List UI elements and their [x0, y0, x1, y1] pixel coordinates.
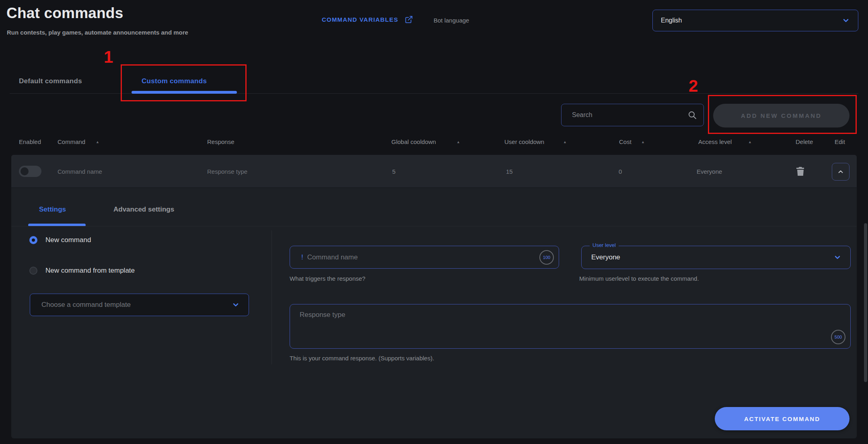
user-level-helper: Minimum userlevel to execute the command… [579, 275, 699, 282]
table-row: Command name Response type 5 15 0 Everyo… [11, 155, 857, 188]
row-global-cooldown-cell: 5 [392, 168, 395, 175]
command-template-select[interactable]: Choose a command template [30, 294, 249, 316]
sort-asc-icon: ▲ [457, 140, 460, 144]
delete-button[interactable] [794, 164, 807, 178]
response-input[interactable] [299, 310, 819, 344]
page-title: Chat commands [6, 5, 123, 22]
char-limit-badge: 500 [831, 330, 845, 344]
column-header-command[interactable]: Command [58, 138, 85, 145]
column-header-cost[interactable]: Cost [619, 138, 631, 145]
column-header-delete: Delete [796, 138, 813, 145]
row-access-level-cell: Everyone [697, 168, 722, 175]
row-command-cell: Command name [58, 168, 102, 175]
user-level-label: User level [590, 242, 619, 248]
editor-tabs-divider [11, 226, 857, 226]
search-input[interactable] [571, 111, 685, 119]
response-helper: This is your command response. (Supports… [290, 355, 434, 362]
bot-language-value: English [661, 17, 682, 24]
chevron-down-icon [232, 301, 240, 309]
page-subtitle: Run contests, play games, automate annou… [7, 29, 188, 36]
annotation-number-1: 1 [104, 47, 113, 67]
command-card: Command name Response type 5 15 0 Everyo… [11, 155, 857, 438]
trash-icon [796, 166, 805, 176]
form-divider [272, 230, 272, 364]
command-name-field[interactable]: ! 100 [290, 246, 559, 269]
radio-new-command-label[interactable]: New command [45, 236, 91, 244]
tab-default-commands[interactable]: Default commands [19, 77, 82, 85]
bot-language-select[interactable]: English [652, 10, 858, 31]
command-name-helper: What triggers the response? [290, 275, 365, 282]
command-template-placeholder: Choose a command template [41, 301, 131, 309]
response-field[interactable]: 500 [290, 304, 851, 349]
sort-asc-icon: ▲ [96, 140, 99, 144]
toggle-knob [21, 167, 29, 175]
sort-asc-icon: ▲ [641, 140, 645, 144]
annotation-number-2: 2 [689, 76, 698, 96]
char-limit-badge: 100 [539, 250, 554, 265]
radio-new-command-from-template[interactable] [29, 267, 37, 275]
collapse-row-button[interactable] [832, 163, 849, 181]
tab-custom-commands[interactable]: Custom commands [142, 77, 207, 85]
search-icon [687, 110, 697, 120]
tab-advanced-settings[interactable]: Advanced settings [113, 206, 174, 214]
external-link-icon [405, 15, 413, 24]
user-level-select[interactable]: Everyone [581, 246, 851, 269]
column-header-user-cooldown[interactable]: User cooldown [504, 138, 544, 145]
radio-from-template-label[interactable]: New command from template [45, 267, 135, 275]
command-variables-link[interactable]: COMMAND VARIABLES [322, 15, 413, 24]
sort-asc-icon: ▲ [563, 140, 567, 144]
command-variables-label[interactable]: COMMAND VARIABLES [322, 16, 398, 23]
radio-new-command[interactable] [29, 236, 37, 244]
add-new-command-button[interactable]: ADD NEW COMMAND [713, 104, 849, 127]
scrollbar-thumb[interactable] [864, 223, 867, 382]
sort-asc-icon: ▲ [748, 140, 752, 144]
command-prefix: ! [301, 253, 303, 261]
column-header-edit: Edit [835, 138, 845, 145]
tab-settings[interactable]: Settings [39, 206, 66, 214]
active-tab-indicator [132, 91, 237, 94]
chat-commands-page: Chat commands Run contests, play games, … [0, 0, 868, 444]
enabled-toggle[interactable] [19, 166, 41, 177]
column-header-enabled: Enabled [19, 138, 41, 145]
chevron-down-icon [842, 16, 850, 25]
column-header-response: Response [207, 138, 234, 145]
command-name-input[interactable] [306, 253, 539, 262]
bot-language-label: Bot language [434, 17, 469, 24]
chevron-down-icon [833, 253, 841, 261]
column-header-access-level[interactable]: Access level [698, 138, 732, 145]
row-user-cooldown-cell: 15 [506, 168, 513, 175]
user-level-value: Everyone [591, 253, 620, 261]
activate-command-button[interactable]: ACTIVATE COMMAND [715, 407, 849, 430]
column-header-global-cooldown[interactable]: Global cooldown [391, 138, 436, 145]
row-response-cell: Response type [207, 168, 247, 175]
chevron-up-icon [837, 168, 844, 175]
search-input-container [561, 104, 704, 126]
row-cost-cell: 0 [619, 168, 622, 175]
